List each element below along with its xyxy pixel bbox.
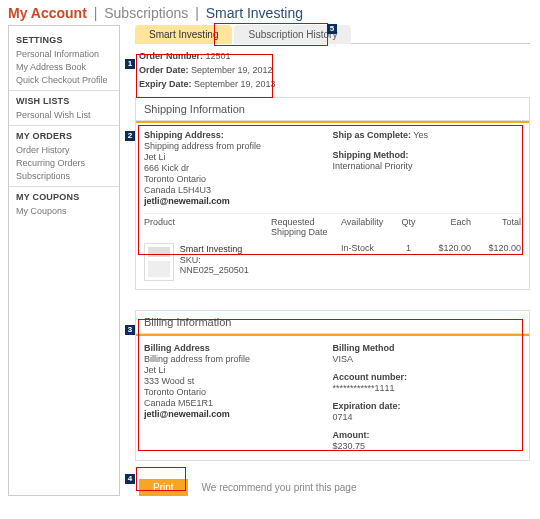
ship-complete-value: Yes [413, 130, 428, 140]
bill-exp-label: Expiration date: [333, 401, 522, 411]
th-qty: Qty [396, 217, 421, 237]
th-requested: Requested Shipping Date [271, 217, 341, 237]
marker-5: 5 [327, 24, 337, 34]
order-expiry-value: September 19, 2013 [194, 79, 276, 89]
order-expiry-label: Expiry Date: [139, 79, 194, 89]
bill-email: jetli@newemail.com [144, 409, 333, 419]
ship-method-label: Shipping Method: [333, 150, 522, 160]
bill-addr-sub: Billing address from profile [144, 354, 333, 364]
billing-section: Billing Information Billing Address Bill… [135, 310, 530, 461]
tab-smart-investing[interactable]: Smart Investing [135, 25, 232, 44]
ship-city: Toronto Ontario [144, 174, 333, 184]
ship-addr-sub: Shipping address from profile [144, 141, 333, 151]
sidebar-item-personal-info[interactable]: Personal Information [16, 49, 112, 59]
sidebar-item-order-history[interactable]: Order History [16, 145, 112, 155]
bill-method-label: Billing Method [333, 343, 522, 353]
sidebar-item-coupons[interactable]: My Coupons [16, 206, 112, 216]
marker-4: 4 [125, 474, 135, 484]
product-availability: In-Stock [341, 243, 396, 253]
main-content: Smart Investing Subscription History Ord… [135, 25, 530, 496]
order-date-value: September 19, 2012 [191, 65, 273, 75]
order-date-label: Order Date: [139, 65, 191, 75]
sidebar-h-wish: WISH LISTS [16, 96, 112, 106]
print-button[interactable]: Print [139, 479, 188, 496]
ship-addr-label: Shipping Address: [144, 130, 333, 140]
sidebar-h-settings: SETTINGS [16, 35, 112, 45]
sidebar-item-wishlist[interactable]: Personal Wish List [16, 110, 112, 120]
billing-title: Billing Information [136, 311, 529, 334]
products-header: Product Requested Shipping Date Availabi… [144, 213, 521, 237]
sidebar-h-orders: MY ORDERS [16, 131, 112, 141]
sidebar-h-coupons: MY COUPONS [16, 192, 112, 202]
bill-street: 333 Wood st [144, 376, 333, 386]
bill-acct-label: Account number: [333, 372, 522, 382]
crumb-subs[interactable]: Subscriptions [104, 5, 188, 21]
ship-street: 666 Kick dr [144, 163, 333, 173]
sidebar: SETTINGS Personal Information My Address… [8, 25, 120, 496]
footer-text: We recommend you print this page [202, 482, 357, 493]
bill-postal: Canada M5E1R1 [144, 398, 333, 408]
marker-2: 2 [125, 131, 135, 141]
product-sku: SKU: NNE025_250501 [180, 255, 271, 275]
bill-addr-label: Billing Address [144, 343, 333, 353]
footer: Print We recommend you print this page [135, 479, 530, 496]
product-qty: 1 [396, 243, 421, 253]
order-num-label: Order Number: [139, 51, 206, 61]
ship-email: jetli@newemail.com [144, 196, 333, 206]
product-name: Smart Investing [180, 244, 271, 254]
bill-city: Toronto Ontario [144, 387, 333, 397]
ship-method-value: International Priority [333, 161, 522, 171]
product-thumb-icon [144, 243, 174, 281]
crumb-current: Smart Investing [206, 5, 303, 21]
th-product: Product [144, 217, 271, 237]
sidebar-item-recurring[interactable]: Recurring Orders [16, 158, 112, 168]
crumb-account[interactable]: My Account [8, 5, 87, 21]
sidebar-item-address-book[interactable]: My Address Book [16, 62, 112, 72]
ship-name: Jet Li [144, 152, 333, 162]
order-num-value: 12501 [206, 51, 231, 61]
ship-complete-label: Ship as Complete: [333, 130, 412, 140]
marker-3: 3 [125, 325, 135, 335]
ship-postal: Canada L5H4U3 [144, 185, 333, 195]
order-summary: Order Number: 12501 Order Date: Septembe… [139, 50, 530, 91]
th-availability: Availability [341, 217, 396, 237]
product-each: $120.00 [421, 243, 471, 253]
th-total: Total [471, 217, 521, 237]
bill-method-value: VISA [333, 354, 522, 364]
product-row: Smart Investing SKU: NNE025_250501 In-St… [144, 243, 521, 281]
th-each: Each [421, 217, 471, 237]
breadcrumb: My Account | Subscriptions | Smart Inves… [8, 5, 530, 21]
bill-exp-value: 0714 [333, 412, 522, 422]
marker-1: 1 [125, 59, 135, 69]
bill-amt-label: Amount: [333, 430, 522, 440]
sidebar-item-subscriptions[interactable]: Subscriptions [16, 171, 112, 181]
shipping-title: Shipping Information [136, 98, 529, 121]
bill-amt-value: $230.75 [333, 441, 522, 451]
sidebar-item-quick-checkout[interactable]: Quick Checkout Profile [16, 75, 112, 85]
bill-name: Jet Li [144, 365, 333, 375]
shipping-section: Shipping Information Shipping Address: S… [135, 97, 530, 290]
bill-acct-value: ************1111 [333, 383, 522, 393]
product-total: $120.00 [471, 243, 521, 253]
